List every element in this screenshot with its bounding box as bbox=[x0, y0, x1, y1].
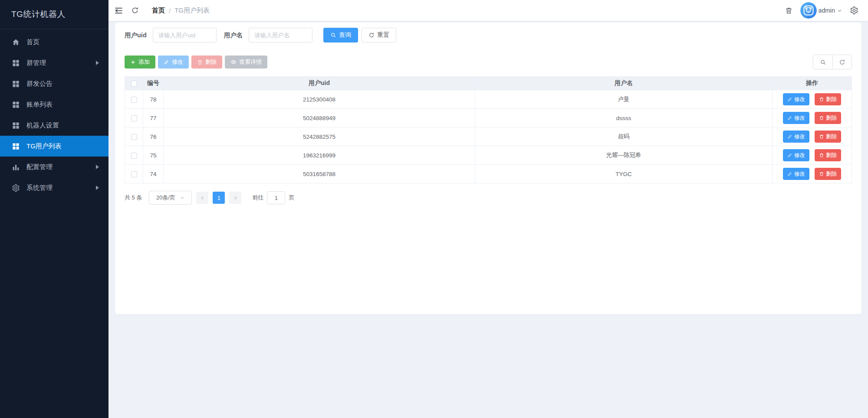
sidebar-item-broadcast[interactable]: 群发公告 bbox=[0, 73, 108, 94]
users-table: 编号 用户uid 用户名 操作 78 2125300408 卢曼 修改 删除 bbox=[125, 76, 852, 183]
avatar bbox=[800, 2, 817, 19]
page-number-current[interactable]: 1 bbox=[213, 192, 225, 204]
sidebar-item-config-mgmt[interactable]: 配置管理 bbox=[0, 157, 108, 177]
main-area: 首页 / TG用户列表 bbox=[108, 0, 868, 418]
chevron-down-icon bbox=[837, 8, 842, 13]
grid-icon bbox=[12, 142, 20, 150]
sidebar-item-group-mgmt[interactable]: 群管理 bbox=[0, 52, 108, 73]
topbar: 首页 / TG用户列表 bbox=[108, 0, 868, 21]
sidebar-nav: 首页 群管理 群发公告 账单列表 机器人设置 bbox=[0, 29, 108, 198]
col-username: 用户名 bbox=[475, 77, 773, 90]
sidebar-fold-icon[interactable] bbox=[114, 6, 123, 15]
row-checkbox[interactable] bbox=[131, 97, 137, 103]
settings-gear-icon[interactable] bbox=[850, 6, 858, 15]
select-all-checkbox[interactable] bbox=[131, 81, 137, 87]
breadcrumb-separator: / bbox=[169, 7, 171, 14]
trash-icon[interactable] bbox=[785, 7, 793, 15]
sidebar-item-label: 群管理 bbox=[26, 59, 46, 67]
table-row: 77 5024888949 dssss 修改 删除 bbox=[125, 109, 852, 127]
sidebar-item-tg-users[interactable]: TG用户列表 bbox=[0, 136, 108, 157]
table-tools bbox=[813, 55, 852, 69]
grid-icon bbox=[12, 59, 20, 67]
view-detail-button-label: 查看详情 bbox=[239, 58, 262, 66]
goto-page: 前往 页 bbox=[252, 191, 294, 204]
reset-button-label: 重置 bbox=[377, 31, 389, 39]
next-page-button[interactable] bbox=[229, 192, 241, 204]
sidebar-item-bot-settings[interactable]: 机器人设置 bbox=[0, 115, 108, 136]
id-cell: 77 bbox=[143, 109, 164, 127]
row-delete-button[interactable]: 删除 bbox=[815, 168, 841, 180]
query-button-label: 查询 bbox=[339, 31, 351, 39]
row-edit-button[interactable]: 修改 bbox=[783, 131, 809, 143]
submenu-arrow-icon bbox=[96, 186, 99, 190]
bar-chart-icon bbox=[12, 163, 20, 171]
checkbox-cell bbox=[125, 146, 143, 165]
total-count: 共 5 条 bbox=[125, 194, 142, 202]
page-size-select[interactable]: 20条/页 bbox=[149, 191, 192, 205]
uid-cell: 5031658788 bbox=[164, 165, 475, 183]
row-checkbox[interactable] bbox=[131, 134, 137, 140]
reset-button[interactable]: 重置 bbox=[362, 28, 396, 42]
username-cell: 叔码 bbox=[475, 127, 773, 146]
sidebar-item-label: TG用户列表 bbox=[26, 142, 62, 150]
search-form: 用户uid 用户名 查询 重置 bbox=[125, 28, 852, 42]
breadcrumb-root[interactable]: 首页 bbox=[152, 7, 165, 15]
refresh-icon[interactable] bbox=[131, 7, 139, 14]
row-delete-button[interactable]: 删除 bbox=[815, 131, 841, 143]
submenu-arrow-icon bbox=[96, 61, 99, 65]
query-button[interactable]: 查询 bbox=[323, 28, 358, 42]
sidebar-item-home[interactable]: 首页 bbox=[0, 32, 108, 52]
row-delete-button[interactable]: 删除 bbox=[815, 93, 841, 105]
row-checkbox[interactable] bbox=[131, 171, 137, 177]
prev-page-button[interactable] bbox=[196, 192, 208, 204]
edit-button-disabled[interactable]: 修改 bbox=[158, 56, 189, 69]
row-checkbox[interactable] bbox=[131, 115, 137, 121]
page-size-value: 20条/页 bbox=[156, 194, 175, 202]
username-cell: 卢曼 bbox=[475, 90, 773, 109]
username-cell: dssss bbox=[475, 109, 773, 127]
user-menu[interactable]: admin bbox=[800, 2, 842, 19]
uid-input[interactable] bbox=[153, 28, 217, 42]
col-uid: 用户uid bbox=[164, 77, 475, 90]
row-delete-label: 删除 bbox=[826, 96, 837, 103]
add-button[interactable]: 添加 bbox=[125, 56, 155, 69]
add-button-label: 添加 bbox=[138, 58, 150, 66]
col-id: 编号 bbox=[143, 77, 164, 90]
page-suffix-label: 页 bbox=[289, 194, 294, 202]
view-detail-button-disabled[interactable]: 查看详情 bbox=[225, 56, 267, 69]
row-delete-button[interactable]: 删除 bbox=[815, 112, 841, 124]
table-header-row: 编号 用户uid 用户名 操作 bbox=[125, 77, 852, 90]
chevron-down-icon bbox=[180, 195, 185, 200]
checkbox-cell bbox=[125, 165, 143, 183]
table-row: 78 2125300408 卢曼 修改 删除 bbox=[125, 90, 852, 109]
row-delete-button[interactable]: 删除 bbox=[815, 149, 841, 161]
row-delete-label: 删除 bbox=[826, 133, 837, 140]
sidebar-item-label: 账单列表 bbox=[26, 101, 53, 109]
row-edit-label: 修改 bbox=[794, 152, 805, 159]
table-row: 76 5242882575 叔码 修改 删除 bbox=[125, 127, 852, 146]
row-edit-label: 修改 bbox=[794, 96, 805, 103]
actions-cell: 修改 删除 bbox=[773, 90, 852, 109]
breadcrumb-current: TG用户列表 bbox=[174, 7, 210, 15]
row-edit-button[interactable]: 修改 bbox=[783, 168, 809, 180]
table-refresh-icon[interactable] bbox=[832, 55, 852, 69]
search-toggle-icon[interactable] bbox=[813, 55, 832, 69]
col-actions: 操作 bbox=[773, 77, 852, 90]
row-checkbox[interactable] bbox=[131, 153, 137, 159]
checkbox-cell bbox=[125, 90, 143, 109]
uid-cell: 1963216999 bbox=[164, 146, 475, 165]
sidebar-item-label: 配置管理 bbox=[26, 163, 53, 171]
home-icon bbox=[12, 38, 20, 46]
delete-button-disabled[interactable]: 删除 bbox=[191, 56, 222, 69]
sidebar-item-bills[interactable]: 账单列表 bbox=[0, 94, 108, 115]
row-edit-button[interactable]: 修改 bbox=[783, 112, 809, 124]
actions-cell: 修改 删除 bbox=[773, 165, 852, 183]
username-cell: TYGC bbox=[475, 165, 773, 183]
row-edit-button[interactable]: 修改 bbox=[783, 149, 809, 161]
id-cell: 75 bbox=[143, 146, 164, 165]
goto-page-input[interactable] bbox=[267, 191, 285, 204]
sidebar-item-system-mgmt[interactable]: 系统管理 bbox=[0, 177, 108, 198]
row-edit-button[interactable]: 修改 bbox=[783, 93, 809, 105]
username-input[interactable] bbox=[249, 28, 312, 42]
row-delete-label: 删除 bbox=[826, 152, 837, 159]
